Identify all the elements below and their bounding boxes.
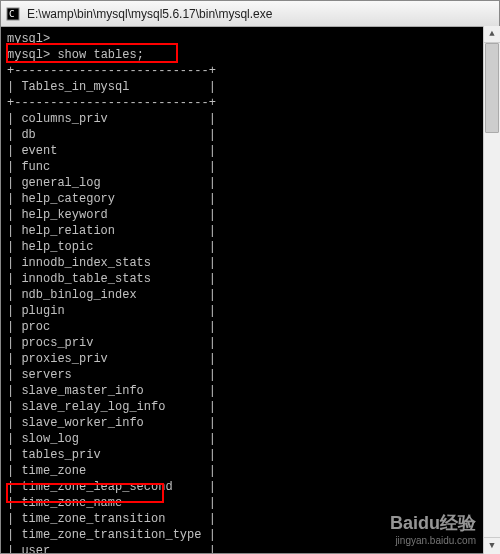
watermark-url: jingyan.baidu.com [390, 535, 476, 546]
table-row: | innodb_table_stats | [7, 271, 482, 287]
table-row: | proxies_priv | [7, 351, 482, 367]
table-row: | innodb_index_stats | [7, 255, 482, 271]
scrollbar-thumb[interactable] [485, 43, 499, 133]
table-row: | time_zone_leap_second | [7, 479, 482, 495]
scroll-down-button[interactable]: ▼ [484, 537, 500, 554]
table-row: | help_keyword | [7, 207, 482, 223]
command-line: mysql> show tables; [7, 47, 482, 63]
window-title: E:\wamp\bin\mysql\mysql5.6.17\bin\mysql.… [27, 7, 272, 21]
app-icon: C [5, 6, 21, 22]
table-row: | tables_priv | [7, 447, 482, 463]
title-bar[interactable]: C E:\wamp\bin\mysql\mysql5.6.17\bin\mysq… [1, 1, 499, 27]
table-row: | procs_priv | [7, 335, 482, 351]
watermark: Baidu经验 jingyan.baidu.com [390, 511, 476, 546]
table-row: | db | [7, 127, 482, 143]
table-row: | slave_relay_log_info | [7, 399, 482, 415]
table-row: | help_relation | [7, 223, 482, 239]
prompt: mysql> [7, 48, 57, 62]
table-row: | ndb_binlog_index | [7, 287, 482, 303]
terminal-output[interactable]: mysql> mysql> show tables; +------------… [1, 27, 499, 553]
table-row: | help_topic | [7, 239, 482, 255]
command-text: show tables; [57, 48, 143, 62]
table-border-top: +---------------------------+ [7, 63, 482, 79]
watermark-brand: Baidu经验 [390, 511, 476, 535]
table-row: | slow_log | [7, 431, 482, 447]
vertical-scrollbar[interactable]: ▲ ▼ [483, 26, 500, 554]
table-border-mid: +---------------------------+ [7, 95, 482, 111]
scroll-up-button[interactable]: ▲ [484, 26, 500, 43]
table-row: | event | [7, 143, 482, 159]
table-row: | time_zone_name | [7, 495, 482, 511]
table-row: | columns_priv | [7, 111, 482, 127]
table-row: | general_log | [7, 175, 482, 191]
svg-text:C: C [9, 9, 14, 19]
table-row: | slave_master_info | [7, 383, 482, 399]
table-row: | func | [7, 159, 482, 175]
table-row: | plugin | [7, 303, 482, 319]
console-window: C E:\wamp\bin\mysql\mysql5.6.17\bin\mysq… [0, 0, 500, 554]
table-row: | proc | [7, 319, 482, 335]
table-row: | servers | [7, 367, 482, 383]
table-row: | slave_worker_info | [7, 415, 482, 431]
prompt-line: mysql> [7, 31, 482, 47]
table-header: | Tables_in_mysql | [7, 79, 482, 95]
table-row: | help_category | [7, 191, 482, 207]
table-row: | time_zone | [7, 463, 482, 479]
